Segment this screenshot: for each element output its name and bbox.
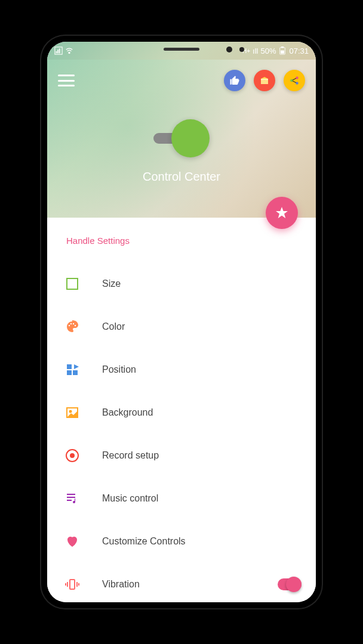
menu-button[interactable]	[58, 75, 75, 86]
settings-panel: Handle Settings Size Color	[47, 218, 316, 602]
toggle-knob	[171, 119, 210, 157]
setting-label: Music control	[102, 493, 302, 504]
setting-record[interactable]: Record setup	[61, 434, 302, 477]
gift-icon	[259, 75, 270, 86]
setting-music[interactable]: Music control	[61, 477, 302, 520]
vibration-icon	[64, 576, 81, 593]
svg-point-16	[69, 325, 70, 326]
svg-line-14	[293, 81, 296, 83]
page-title: Control Center	[47, 170, 316, 184]
size-icon	[64, 275, 81, 292]
svg-rect-31	[70, 580, 75, 589]
svg-point-25	[70, 411, 72, 413]
svg-point-27	[70, 453, 75, 458]
svg-point-19	[75, 325, 76, 326]
position-icon	[64, 361, 81, 378]
screen: H+ ıll 50% 07:31	[47, 42, 316, 602]
favorite-fab[interactable]	[266, 197, 298, 229]
svg-rect-15	[67, 278, 78, 289]
notch-area	[47, 42, 316, 64]
top-bar	[47, 66, 316, 95]
section-title: Handle Settings	[61, 236, 302, 246]
vibration-toggle[interactable]	[278, 578, 302, 590]
setting-label: Customize Controls	[102, 536, 302, 547]
svg-rect-9	[261, 79, 268, 80]
setting-label: Background	[102, 407, 302, 418]
image-icon	[64, 404, 81, 421]
speaker	[164, 48, 199, 51]
share-button[interactable]	[284, 70, 305, 91]
svg-rect-28	[67, 494, 75, 495]
phone-frame: H+ ıll 50% 07:31	[41, 36, 322, 608]
setting-label: Record setup	[102, 450, 302, 461]
svg-rect-30	[67, 500, 72, 501]
setting-label: Vibration	[102, 579, 278, 590]
record-icon	[64, 447, 81, 464]
svg-rect-20	[67, 364, 72, 369]
sensor	[239, 47, 244, 52]
svg-point-11	[296, 76, 299, 79]
heart-icon	[64, 533, 81, 550]
setting-color[interactable]: Color	[61, 305, 302, 348]
svg-point-10	[290, 79, 293, 82]
svg-rect-29	[67, 497, 75, 498]
svg-point-18	[73, 323, 74, 324]
share-icon	[289, 75, 300, 86]
thumbs-up-icon	[229, 75, 240, 86]
svg-rect-23	[73, 370, 78, 375]
gift-button[interactable]	[254, 70, 275, 91]
svg-rect-22	[67, 370, 72, 375]
setting-position[interactable]: Position	[61, 348, 302, 391]
setting-label: Position	[102, 364, 302, 375]
palette-icon	[64, 318, 81, 335]
main-toggle[interactable]	[153, 119, 210, 157]
front-camera	[226, 47, 232, 52]
setting-label: Size	[102, 278, 302, 289]
setting-label: Color	[102, 321, 302, 332]
svg-marker-21	[74, 364, 79, 369]
phone-bezel: H+ ıll 50% 07:31	[47, 42, 316, 602]
setting-background[interactable]: Background	[61, 391, 302, 434]
like-button[interactable]	[224, 70, 245, 91]
setting-vibration[interactable]: Vibration	[61, 563, 302, 602]
setting-size[interactable]: Size	[61, 262, 302, 305]
top-actions	[224, 70, 305, 91]
svg-point-17	[70, 323, 72, 324]
star-icon	[275, 206, 289, 220]
svg-point-12	[296, 82, 299, 85]
music-icon	[64, 490, 81, 507]
svg-line-13	[293, 78, 296, 80]
setting-customize[interactable]: Customize Controls	[61, 520, 302, 563]
